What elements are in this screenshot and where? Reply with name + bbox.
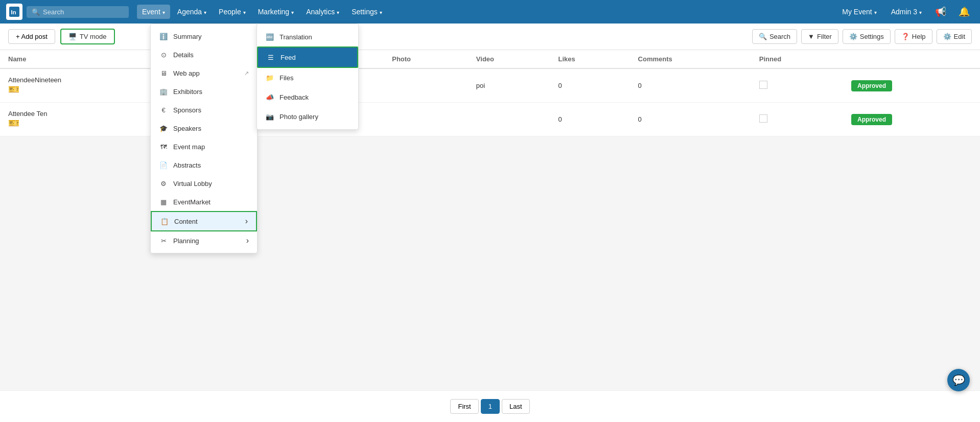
bell-icon[interactable]: 🔔: [954, 4, 974, 19]
notifications-icon[interactable]: 📢: [931, 4, 950, 19]
menu-item-label: Web app: [173, 69, 200, 77]
menu-item-label: Summary: [173, 33, 202, 40]
monitor-icon: 🖥️: [68, 33, 77, 40]
submenu-item-feedback[interactable]: 📣 Feedback: [257, 87, 358, 107]
my-event-label: My Event: [842, 8, 872, 16]
nav-people-label: People: [219, 8, 241, 16]
nav-marketing-label: Marketing: [258, 8, 289, 16]
col-video: Video: [468, 50, 550, 68]
circle-icon: ⊙: [159, 50, 168, 59]
toolbar-actions: 🔍 Search ▼ Filter ⚙️ Settings ❓ Help ⚙️ …: [752, 29, 972, 44]
chevron-down-icon: [204, 8, 206, 16]
nav-event[interactable]: Event: [137, 5, 170, 19]
submenu-item-files[interactable]: 📁 Files: [257, 68, 358, 87]
nav-menu: Event Agenda People Marketing Analytics …: [137, 5, 387, 19]
likes-cell: 0: [550, 68, 630, 103]
translate-icon: 🔤: [265, 32, 274, 41]
help-button[interactable]: ❓ Help: [895, 29, 932, 44]
content-submenu: 🔤 Translation ☰ Feed 📁 Files 📣 Feedback …: [256, 24, 359, 130]
search-label: Search: [769, 33, 790, 40]
submenu-item-label: Feedback: [279, 93, 309, 101]
col-comments: Comments: [630, 50, 751, 68]
help-icon: ❓: [901, 33, 909, 40]
attendee-name-text: Attendee Ten: [8, 110, 158, 118]
nav-people[interactable]: People: [214, 5, 251, 19]
top-navigation: In 🔍 Search Event Agenda People Marketin…: [0, 0, 980, 24]
logo[interactable]: In: [6, 4, 22, 20]
pinned-cell[interactable]: [751, 103, 843, 136]
submenu-item-translation[interactable]: 🔤 Translation: [257, 27, 358, 46]
video-cell: [468, 103, 550, 136]
help-label: Help: [912, 33, 926, 40]
admin-label: Admin 3: [891, 8, 917, 16]
building-icon: 🏢: [159, 87, 168, 96]
menu-item-web-app[interactable]: 🖥 Web app ↗: [151, 64, 257, 82]
status-cell: Approved: [843, 68, 980, 103]
euro-icon: €: [159, 105, 168, 114]
search-button[interactable]: 🔍 Search: [752, 29, 797, 44]
filter-button[interactable]: ▼ Filter: [801, 29, 838, 44]
chevron-down-icon: [874, 8, 877, 16]
admin-dropdown[interactable]: Admin 3: [886, 5, 927, 19]
pinned-cell[interactable]: [751, 68, 843, 103]
likes-cell: 0: [550, 103, 630, 136]
comments-cell: 0: [630, 68, 751, 103]
my-event-dropdown[interactable]: My Event: [837, 5, 881, 19]
submenu-item-label: Feed: [281, 54, 296, 61]
add-post-label: + Add post: [16, 33, 48, 40]
status-badge: Approved: [851, 114, 892, 125]
edit-button[interactable]: ⚙️ Edit: [937, 29, 972, 44]
col-name: Name: [0, 50, 167, 68]
menu-item-label: Exhibitors: [173, 88, 202, 96]
submenu-item-label: Photo gallery: [279, 113, 318, 121]
edit-label: Edit: [954, 33, 965, 40]
circle-info-icon: ℹ️: [159, 32, 168, 41]
tv-mode-button[interactable]: 🖥️ TV mode: [60, 29, 115, 44]
photo-cell: [384, 103, 468, 136]
nav-right: My Event Admin 3 📢 🔔: [837, 4, 974, 19]
list-icon: ☰: [266, 53, 275, 62]
search-box[interactable]: 🔍 Search: [27, 6, 129, 18]
table-row: AttendeeNineteen 🎫 https://ineve ntment.…: [0, 68, 980, 103]
photo-cell: [384, 68, 468, 103]
tv-mode-label: TV mode: [80, 33, 107, 40]
camera-icon: 📷: [265, 112, 274, 121]
svg-text:In: In: [11, 9, 16, 15]
menu-item-summary[interactable]: ℹ️ Summary: [151, 27, 257, 45]
comments-cell: 0: [630, 103, 751, 136]
menu-item-details[interactable]: ⊙ Details: [151, 45, 257, 64]
submenu-item-photo-gallery[interactable]: 📷 Photo gallery: [257, 107, 358, 126]
nav-settings[interactable]: Settings: [346, 5, 387, 19]
megaphone-icon: 📣: [265, 92, 274, 102]
chevron-down-icon: [291, 8, 294, 16]
status-cell: Approved: [843, 103, 980, 136]
filter-label: Filter: [817, 33, 832, 40]
menu-item-exhibitors[interactable]: 🏢 Exhibitors: [151, 82, 257, 101]
video-cell: poi: [468, 68, 550, 103]
search-icon: 🔍: [759, 33, 767, 40]
col-pinned: Pinned: [751, 50, 843, 68]
nav-settings-label: Settings: [352, 8, 378, 16]
menu-item-label: Details: [173, 51, 194, 59]
edit-icon: ⚙️: [943, 33, 951, 40]
nav-marketing[interactable]: Marketing: [253, 5, 299, 19]
menu-item-sponsors[interactable]: € Sponsors: [151, 101, 257, 119]
event-dropdown-menu: ℹ️ Summary ⊙ Details 🖥 Web app ↗ 🏢 Exhib…: [150, 24, 258, 136]
submenu-item-label: Translation: [279, 33, 312, 41]
attendee-name-cell: AttendeeNineteen 🎫: [8, 76, 158, 95]
settings-label: Settings: [860, 33, 884, 40]
menu-item-speakers[interactable]: 🎓 Speakers: [151, 119, 257, 136]
add-post-button[interactable]: + Add post: [8, 29, 55, 44]
chevron-down-icon: [380, 8, 382, 16]
settings-button[interactable]: ⚙️ Settings: [843, 29, 891, 44]
menu-item-label: Speakers: [173, 125, 201, 132]
attendee-name-text: AttendeeNineteen: [8, 76, 158, 84]
search-icon: 🔍: [32, 8, 40, 16]
attendee-icon: 🎫: [8, 118, 158, 129]
submenu-item-feed[interactable]: ☰ Feed: [257, 46, 358, 68]
nav-analytics[interactable]: Analytics: [301, 5, 344, 19]
feed-table: Name Text Photo Video Likes Comments Pin…: [0, 50, 980, 136]
monitor-icon: 🖥: [159, 68, 168, 78]
sub-toolbar: + Add post 🖥️ TV mode 🔍 Search ▼ Filter …: [0, 24, 980, 50]
nav-agenda[interactable]: Agenda: [172, 5, 212, 19]
